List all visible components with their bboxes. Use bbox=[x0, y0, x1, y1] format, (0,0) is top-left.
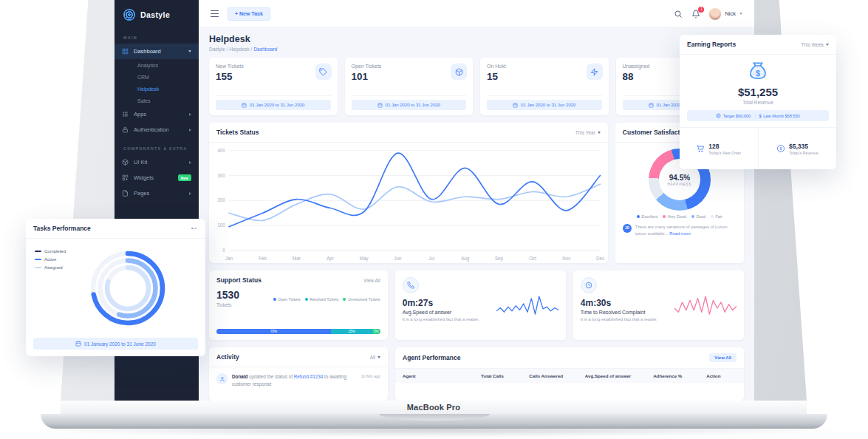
sidebar-item-apps[interactable]: Apps bbox=[115, 106, 199, 122]
laptop-base-label: MacBook Pro bbox=[61, 401, 807, 414]
sidebar-item-widgets[interactable]: Widgets New bbox=[115, 170, 199, 186]
happiness-percent: 94.5% bbox=[669, 174, 690, 182]
stat-title: New Tickets bbox=[216, 64, 331, 69]
cart-icon bbox=[696, 144, 705, 153]
logo-text: Dastyle bbox=[140, 10, 170, 19]
sidebar-item-label: Widgets bbox=[134, 174, 173, 181]
package-icon bbox=[451, 64, 467, 80]
support-legend-item: Unresolved Tickets bbox=[343, 291, 380, 307]
support-legend: Open TicketsResolved TicketsUnresolved T… bbox=[273, 291, 380, 307]
tickets-status-card: Tickets Status This Year 0100200300400Ja… bbox=[209, 123, 608, 263]
date-range-picker[interactable]: 01 Jan 2020 to 31 Jun 2020 bbox=[352, 100, 467, 110]
dashboard-grid-icon bbox=[122, 48, 129, 55]
svg-text:Jul: Jul bbox=[428, 256, 434, 261]
date-range-picker[interactable]: 01 Jan 2020 to 31 Jun 2020 bbox=[216, 100, 331, 110]
view-all-button[interactable]: View All bbox=[709, 353, 737, 362]
new-task-button[interactable]: + New Task bbox=[228, 7, 270, 21]
view-all-link[interactable]: View All bbox=[363, 278, 380, 283]
agent-table-header: AgentTotal CallsCalls AnsweredAvg.Speed … bbox=[395, 369, 744, 383]
activity-actor: Donald bbox=[232, 374, 247, 379]
apps-grid-icon bbox=[122, 111, 129, 118]
laptop-base bbox=[41, 414, 827, 429]
today-revenue-label: Today's Revenue bbox=[789, 151, 819, 155]
metric-value: 4m:30s bbox=[581, 298, 670, 308]
breadcrumb-current[interactable]: Dashboard bbox=[253, 47, 277, 52]
todays-new-order-cell[interactable]: 128 Today's New Order bbox=[680, 128, 758, 169]
page-title: Helpdesk bbox=[209, 34, 744, 44]
activity-card: Activity All Donald updated the status o… bbox=[209, 347, 388, 401]
dollar-icon: $ bbox=[759, 114, 762, 118]
agent-column-header: Agent bbox=[403, 373, 478, 378]
svg-text:Nov: Nov bbox=[562, 256, 571, 261]
earning-footer: 128 Today's New Order $ $5,335 Today's R… bbox=[680, 127, 836, 169]
sidebar-item-helpdesk[interactable]: Helpdesk bbox=[115, 83, 199, 95]
svg-text:$: $ bbox=[780, 146, 782, 151]
user-name: Nick bbox=[725, 10, 736, 17]
sidebar-item-crm[interactable]: CRM bbox=[115, 71, 199, 83]
sidebar-item-sales[interactable]: Sales bbox=[115, 95, 199, 106]
stat-value: 101 bbox=[352, 71, 467, 82]
person-icon bbox=[216, 373, 228, 384]
tasks-rings-chart bbox=[86, 247, 169, 330]
stat-title: On Hold bbox=[487, 64, 602, 69]
resolve-time-card: 4m:30s Time to Resolved Complaint It is … bbox=[573, 270, 744, 340]
tasks-performance-card: Tasks Performance CompletedActiveAssigne… bbox=[26, 219, 205, 356]
svg-text:Sep: Sep bbox=[495, 256, 504, 262]
chevron-right-icon bbox=[189, 113, 191, 116]
today-revenue-value: $5,335 bbox=[789, 143, 819, 150]
stat-value: 155 bbox=[216, 71, 331, 82]
activity-refund-link[interactable]: Refund #1234 bbox=[294, 374, 324, 379]
hamburger-menu-icon[interactable] bbox=[211, 10, 219, 18]
last-month-value: Last Month $58,550 bbox=[763, 114, 799, 118]
sidebar-item-analytics[interactable]: Analytics bbox=[115, 59, 199, 71]
svg-text:100: 100 bbox=[217, 222, 225, 228]
svg-text:Feb: Feb bbox=[259, 256, 267, 261]
breadcrumb-root[interactable]: Dastyle bbox=[209, 47, 225, 52]
sidebar-item-authentication[interactable]: Authentication bbox=[115, 122, 199, 137]
support-progress-bar: 70%25%5% bbox=[216, 329, 380, 334]
calendar-icon bbox=[377, 103, 383, 108]
activity-filter-dropdown[interactable]: All bbox=[370, 355, 380, 360]
box-icon bbox=[122, 159, 129, 166]
support-row: Support Status View All 1530 Tickets Ope… bbox=[209, 270, 744, 340]
agent-column-header: Total Calls bbox=[481, 373, 526, 378]
agent-column-header: Adherence % bbox=[653, 373, 703, 378]
user-menu[interactable]: Nick bbox=[709, 8, 742, 20]
total-revenue-value: $51,255 bbox=[680, 86, 836, 98]
notifications-bell-icon[interactable]: 1 bbox=[691, 10, 700, 18]
resolve-time-sparkline bbox=[674, 294, 737, 316]
sidebar-item-label: Pages bbox=[134, 190, 184, 197]
more-menu-icon[interactable] bbox=[190, 226, 198, 231]
date-range-picker[interactable]: 01 January 2020 to 31 June 2020 bbox=[33, 338, 198, 350]
tickets-filter-dropdown[interactable]: This Year bbox=[575, 130, 601, 135]
sidebar-item-dashboard[interactable]: Dashboard bbox=[115, 44, 199, 59]
svg-text:Oct: Oct bbox=[529, 256, 536, 261]
sidebar-item-label: Dashboard bbox=[134, 48, 183, 55]
svg-text:Jan: Jan bbox=[225, 256, 233, 261]
clock-icon bbox=[581, 277, 597, 293]
earning-period-dropdown[interactable]: This Week bbox=[801, 42, 829, 47]
support-status-card: Support Status View All 1530 Tickets Ope… bbox=[209, 270, 388, 340]
chevron-right-icon bbox=[189, 161, 191, 164]
breadcrumb-section[interactable]: Helpdesk bbox=[230, 47, 250, 52]
dollar-circle-icon: $ bbox=[776, 144, 785, 153]
stat-title: Open Tickets bbox=[352, 64, 467, 69]
sidebar-item-pages[interactable]: Pages bbox=[115, 186, 199, 201]
todays-revenue-cell[interactable]: $ $5,335 Today's Revenue bbox=[758, 128, 837, 169]
tasks-legend-item: Active bbox=[35, 257, 86, 262]
card-title: Support Status bbox=[216, 276, 262, 284]
satisfaction-note: JR There are many variations of passages… bbox=[615, 219, 744, 236]
revenue-target-pill[interactable]: Target $90,000 | $Last Month $58,550 bbox=[687, 110, 829, 121]
agent-performance-card: Agent Performance View All AgentTotal Ca… bbox=[395, 347, 744, 401]
chevron-down-icon bbox=[188, 50, 191, 52]
svg-text:Mar: Mar bbox=[293, 256, 301, 261]
sidebar-item-uikit[interactable]: UI Kit bbox=[115, 154, 199, 170]
new-badge: New bbox=[178, 174, 191, 181]
calendar-icon bbox=[649, 103, 654, 108]
sidebar-item-label: UI Kit bbox=[134, 159, 184, 166]
card-title: Activity bbox=[216, 353, 239, 361]
read-more-link[interactable]: Read more bbox=[669, 231, 691, 236]
search-icon[interactable] bbox=[674, 10, 683, 18]
date-range-picker[interactable]: 01 Jan 2020 to 31 Jun 2020 bbox=[487, 100, 602, 110]
app-logo[interactable]: Dastyle bbox=[115, 0, 199, 27]
